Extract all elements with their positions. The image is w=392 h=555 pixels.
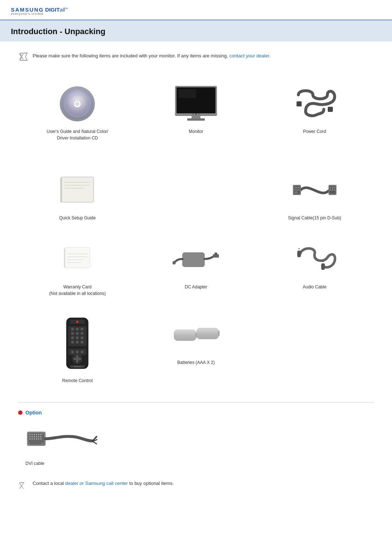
svg-rect-118 <box>36 438 37 439</box>
svg-rect-108 <box>40 434 41 435</box>
svg-point-122 <box>41 433 44 435</box>
svg-rect-21 <box>297 101 302 106</box>
samsung-logo: SAMSUNG DIGITall™ everyone's invited <box>11 7 68 16</box>
svg-rect-55 <box>64 248 65 268</box>
svg-point-78 <box>76 336 79 339</box>
svg-rect-113 <box>38 436 39 437</box>
item-empty-row4 <box>255 308 374 395</box>
svg-rect-56 <box>183 252 204 267</box>
cd-image <box>54 84 101 124</box>
trademark: ™ <box>65 7 68 11</box>
items-grid-row3: Warranty Card(Not available in all locat… <box>18 232 374 308</box>
svg-rect-30 <box>60 178 62 202</box>
item-batteries: Batteries (AAA X 2) <box>137 308 256 395</box>
option-section: Option <box>18 410 374 466</box>
quick-setup-image <box>54 170 101 210</box>
monitor-label: Monitor <box>189 128 203 135</box>
option-item-dvi: DVI cable <box>18 421 374 466</box>
item-warranty-card: Warranty Card(Not available in all locat… <box>18 232 137 308</box>
items-grid-row4: SAMSUNG Remote Control <box>18 308 374 395</box>
bottom-notice-icon <box>18 481 29 491</box>
bottom-notice: Contact a local dealer or Samsung call c… <box>18 481 374 491</box>
svg-point-18 <box>192 114 193 115</box>
svg-rect-19 <box>178 89 196 98</box>
svg-rect-107 <box>38 434 39 435</box>
dvi-cable-image <box>25 421 98 457</box>
signal-cable-image <box>291 170 338 210</box>
svg-point-79 <box>81 336 83 339</box>
power-cord-label: Power Cord <box>303 128 326 135</box>
svg-rect-62 <box>297 251 301 257</box>
svg-point-72 <box>76 328 79 331</box>
item-remote-control: SAMSUNG Remote Control <box>18 308 137 395</box>
svg-point-37 <box>296 190 297 191</box>
svg-rect-105 <box>34 434 35 435</box>
svg-point-123 <box>28 442 30 445</box>
svg-point-44 <box>332 187 333 189</box>
svg-rect-127 <box>19 482 24 483</box>
svg-point-69 <box>76 321 78 323</box>
dealer-call-center-link[interactable]: dealer or Samsung call center <box>65 481 128 486</box>
svg-rect-57 <box>213 254 219 258</box>
svg-point-36 <box>294 190 295 191</box>
signal-cable-label: Signal Cable(15 pin D-Sub) <box>288 215 341 221</box>
svg-rect-111 <box>34 436 35 437</box>
svg-rect-109 <box>29 436 30 437</box>
main-content: Please make sure the following items are… <box>0 52 392 506</box>
digit-text: DIGIT <box>45 7 60 13</box>
svg-point-8 <box>75 102 79 106</box>
svg-point-39 <box>294 192 295 193</box>
item-empty-center <box>137 163 256 232</box>
svg-point-86 <box>81 351 83 353</box>
page-title-bar: Introduction - Unpacking <box>0 20 392 41</box>
svg-rect-112 <box>36 436 37 437</box>
svg-rect-58 <box>215 252 217 254</box>
dc-adapter-image <box>172 239 220 279</box>
svg-rect-14 <box>192 116 200 119</box>
svg-rect-116 <box>32 438 33 439</box>
svg-rect-100 <box>218 331 220 336</box>
monitor-image <box>172 84 220 124</box>
svg-point-77 <box>71 336 74 339</box>
items-grid-row1: User's Guide and Natural Color/Driver In… <box>18 77 374 152</box>
svg-point-35 <box>298 187 299 189</box>
svg-point-40 <box>296 192 297 193</box>
section-divider <box>18 402 374 402</box>
svg-point-88 <box>75 357 79 361</box>
option-header: Option <box>18 410 374 416</box>
svg-point-76 <box>81 332 83 335</box>
item-signal-cable: Signal Cable(15 pin D-Sub) <box>255 163 374 232</box>
svg-point-33 <box>294 187 295 189</box>
page-title: Introduction - Unpacking <box>11 27 381 36</box>
item-dc-adapter: DC Adapter <box>137 232 256 308</box>
svg-point-74 <box>71 332 74 335</box>
svg-rect-26 <box>62 178 93 202</box>
contact-dealer-link[interactable]: contact your dealer <box>229 53 269 58</box>
dvi-cable-label: DVI cable <box>25 461 44 466</box>
svg-point-48 <box>334 190 335 191</box>
svg-point-47 <box>332 190 333 191</box>
quick-setup-label: Quick Setup Guide <box>59 215 96 221</box>
svg-point-80 <box>71 341 74 344</box>
svg-rect-106 <box>36 434 37 435</box>
bottom-notice-text: Contact a local dealer or Samsung call c… <box>33 481 174 486</box>
all-text: all <box>60 7 65 13</box>
notice-text: Please make sure the following items are… <box>33 52 270 60</box>
dc-adapter-label: DC Adapter <box>185 284 207 290</box>
item-audio-cable: Audio Cable <box>255 232 374 308</box>
svg-point-85 <box>76 351 79 353</box>
svg-point-17 <box>198 114 199 115</box>
svg-rect-60 <box>173 261 175 264</box>
notice-icon <box>18 51 29 62</box>
svg-rect-23 <box>328 107 333 112</box>
svg-point-46 <box>330 190 331 191</box>
svg-point-82 <box>81 341 83 344</box>
item-quick-setup: Quick Setup Guide <box>18 163 137 232</box>
svg-text:SAMSUNG: SAMSUNG <box>74 366 81 368</box>
item-monitor: Monitor <box>137 77 256 152</box>
item-cd: User's Guide and Natural Color/Driver In… <box>18 77 137 152</box>
header: SAMSUNG DIGITall™ everyone's invited <box>0 0 392 20</box>
svg-rect-99 <box>197 328 219 339</box>
svg-rect-110 <box>32 436 33 437</box>
option-dot <box>18 410 23 415</box>
